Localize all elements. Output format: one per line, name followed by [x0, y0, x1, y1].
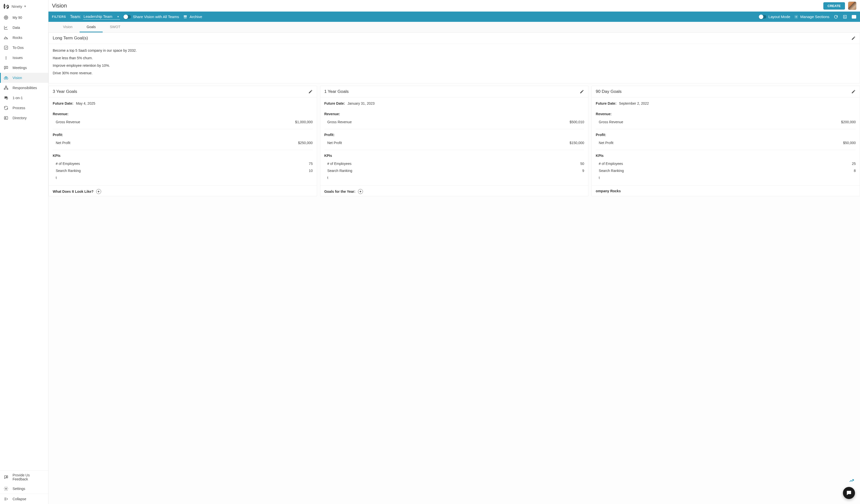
svg-point-9: [6, 77, 8, 79]
sidebar-item-label: My 90: [13, 16, 22, 19]
export-chart-icon[interactable]: [843, 14, 847, 19]
sidebar-item-1on1[interactable]: 1-on-1: [0, 93, 48, 103]
sidebar-item-feedback[interactable]: Provide Us Feedback: [0, 471, 48, 484]
edit-icon[interactable]: [579, 89, 584, 94]
employees-label: # of Employees: [327, 162, 352, 165]
id-card-icon: [3, 115, 9, 120]
add-icon[interactable]: +: [358, 189, 363, 194]
sidebar-item-vision[interactable]: Vision: [0, 73, 48, 83]
content: Long Term Goal(s) Become a top 5 SaaS co…: [48, 33, 860, 504]
tab-swot[interactable]: SWOT: [103, 22, 127, 32]
svg-rect-3: [4, 46, 8, 49]
manage-sections-button[interactable]: Manage Sections: [794, 15, 829, 19]
search-ranking-label: Search Ranking: [599, 169, 624, 173]
share-toggle-control[interactable]: Share Vision with All Teams: [124, 15, 179, 19]
gross-revenue-label: Gross Revenue: [327, 120, 352, 124]
gear-icon: [3, 486, 9, 491]
org-icon: [3, 85, 9, 90]
t-label: t: [327, 176, 328, 180]
sidebar-item-label: 1-on-1: [13, 96, 23, 100]
svg-point-0: [4, 16, 8, 19]
future-date-label: Future Date:: [324, 101, 345, 105]
archive-button[interactable]: Archive: [183, 15, 202, 19]
kpis-label: KPIs: [596, 154, 856, 158]
svg-point-15: [5, 488, 7, 489]
future-date-value: January 31, 2023: [347, 101, 374, 105]
employees-label: # of Employees: [56, 162, 80, 165]
svg-rect-12: [7, 89, 8, 90]
add-icon[interactable]: +: [96, 189, 101, 194]
collapse-icon: [3, 496, 9, 502]
net-profit-value: $150,000: [570, 141, 584, 145]
sidebar: Ninety ▼ My 90 Data Rocks To-Dos Issues …: [0, 0, 48, 504]
export-pdf-icon[interactable]: PDF: [851, 14, 857, 19]
manage-label: Manage Sections: [800, 15, 829, 19]
refresh-icon[interactable]: [833, 14, 838, 19]
edit-icon[interactable]: [851, 36, 856, 40]
brand[interactable]: Ninety ▼: [0, 0, 48, 13]
bottom-title: What Does It Look Like?: [53, 189, 94, 193]
sidebar-item-label: Rocks: [13, 35, 22, 40]
search-ranking-label: Search Ranking: [56, 169, 81, 173]
sidebar-item-todos[interactable]: To-Dos: [0, 43, 48, 53]
edit-icon[interactable]: [308, 89, 313, 94]
sidebar-item-my90[interactable]: My 90: [0, 13, 48, 23]
sidebar-item-data[interactable]: Data: [0, 23, 48, 33]
sidebar-item-rocks[interactable]: Rocks: [0, 33, 48, 43]
future-date-label: Future Date:: [596, 101, 616, 105]
create-button[interactable]: CREATE: [823, 2, 845, 10]
trend-icon[interactable]: [849, 478, 855, 484]
sidebar-item-process[interactable]: Process: [0, 103, 48, 113]
svg-point-5: [6, 59, 6, 59]
employees-value: 25: [852, 162, 856, 165]
sidebar-item-label: Collapse: [13, 497, 26, 501]
sidebar-item-label: Settings: [13, 487, 25, 491]
sidebar-item-settings[interactable]: Settings: [0, 484, 48, 494]
sidebar-item-label: Meetings: [13, 66, 27, 70]
edit-icon[interactable]: [851, 89, 856, 94]
chat-fab[interactable]: [843, 487, 855, 499]
sidebar-item-responsibilities[interactable]: Responsibilities: [0, 83, 48, 93]
share-toggle[interactable]: [124, 15, 131, 18]
bottom-section: ompany Rocks: [592, 186, 860, 195]
one-year-card: 1 Year Goals Future Date:January 31, 202…: [320, 86, 589, 196]
sidebar-item-label: To-Dos: [13, 46, 24, 50]
gear-icon: [794, 15, 798, 19]
future-date-label: Future Date:: [53, 101, 73, 105]
team-select[interactable]: Leadership Team ▼: [83, 14, 120, 19]
bottom-section: What Does It Look Like? +: [49, 186, 317, 196]
search-ranking-label: Search Ranking: [327, 169, 353, 173]
svg-text:PDF: PDF: [852, 16, 856, 17]
svg-point-14: [5, 117, 6, 118]
page-title: Vision: [52, 2, 67, 9]
sidebar-item-label: Directory: [13, 116, 27, 120]
kpis-label: KPIs: [324, 154, 584, 158]
profit-label: Profit:: [53, 133, 313, 137]
sidebar-nav: My 90 Data Rocks To-Dos Issues Meetings …: [0, 13, 48, 470]
gross-revenue-value: $200,000: [841, 120, 856, 124]
tab-goals[interactable]: Goals: [80, 22, 103, 32]
layout-toggle-control[interactable]: Layout Mode: [759, 15, 790, 19]
sidebar-item-label: Provide Us Feedback: [13, 473, 45, 481]
share-label: Share Vision with All Teams: [133, 15, 179, 19]
team-select-value: Leadership Team: [84, 14, 113, 18]
sidebar-collapse[interactable]: Collapse: [0, 494, 48, 504]
chevron-down-icon: ▼: [117, 15, 119, 18]
sidebar-item-issues[interactable]: Issues: [0, 53, 48, 63]
brand-logo-icon: [3, 3, 10, 10]
sidebar-item-meetings[interactable]: Meetings: [0, 63, 48, 73]
future-date-value: September 2, 2022: [619, 101, 649, 105]
svg-point-1: [5, 17, 7, 18]
layout-toggle[interactable]: [759, 15, 766, 18]
gross-revenue-label: Gross Revenue: [56, 120, 80, 124]
sidebar-footer: Provide Us Feedback Settings: [0, 470, 48, 494]
bottom-section: Goals for the Year: +: [320, 186, 588, 196]
feedback-icon: [3, 475, 9, 480]
profit-label: Profit:: [324, 133, 584, 137]
sidebar-item-directory[interactable]: Directory: [0, 113, 48, 123]
tab-vision[interactable]: Vision: [56, 22, 80, 32]
sync-icon: [3, 105, 9, 111]
brand-caret-icon: ▼: [24, 5, 27, 8]
t-label: t: [599, 176, 600, 180]
avatar[interactable]: [848, 1, 857, 10]
